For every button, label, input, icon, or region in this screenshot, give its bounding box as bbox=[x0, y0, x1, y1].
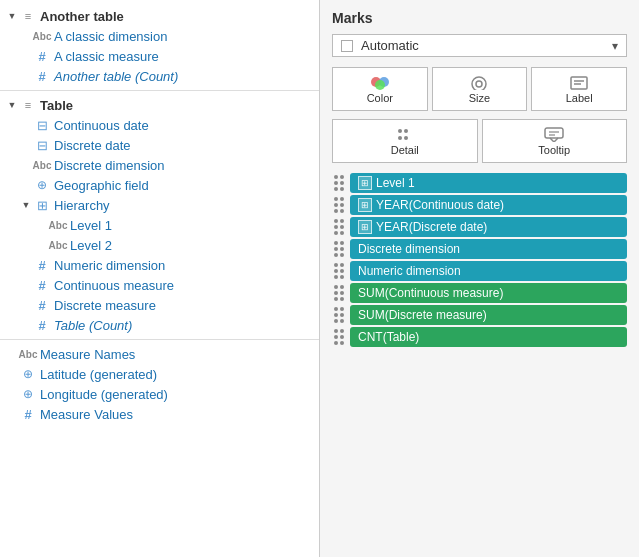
spacer bbox=[6, 368, 18, 380]
hierarchy-icon: ⊞ bbox=[34, 197, 50, 213]
spacer bbox=[20, 50, 32, 62]
size-button[interactable]: Size bbox=[432, 67, 528, 111]
pill-expand-icon: ⊞ bbox=[358, 198, 372, 212]
item-label: Level 1 bbox=[70, 218, 112, 233]
sidebar-item-hierarchy[interactable]: ▼ ⊞ Hierarchy bbox=[0, 195, 319, 215]
svg-point-10 bbox=[398, 136, 402, 140]
sidebar-item-discrete-measure[interactable]: # Discrete measure bbox=[0, 295, 319, 315]
item-label: Measure Values bbox=[40, 407, 133, 422]
item-label: Numeric dimension bbox=[54, 258, 165, 273]
separator bbox=[0, 339, 319, 340]
hash-icon: # bbox=[34, 68, 50, 84]
pill-drag-handle[interactable] bbox=[332, 219, 346, 235]
svg-point-4 bbox=[476, 81, 482, 87]
marks-dropdown[interactable]: Automatic ▾ bbox=[332, 34, 627, 57]
pill-numeric-dim[interactable]: Numeric dimension bbox=[350, 261, 627, 281]
sidebar-item-another-table-count[interactable]: # Another table (Count) bbox=[0, 66, 319, 86]
pill-year-continuous[interactable]: ⊞ YEAR(Continuous date) bbox=[350, 195, 627, 215]
item-label: Latitude (generated) bbox=[40, 367, 157, 382]
section-label: Table bbox=[40, 98, 73, 113]
spacer bbox=[20, 70, 32, 82]
color-button[interactable]: Color bbox=[332, 67, 428, 111]
table-icon: ≡ bbox=[20, 8, 36, 24]
section-label: Another table bbox=[40, 9, 124, 24]
sidebar-item-level1[interactable]: Abc Level 1 bbox=[0, 215, 319, 235]
spacer bbox=[20, 299, 32, 311]
sidebar-item-discrete-dimension[interactable]: Abc Discrete dimension bbox=[0, 155, 319, 175]
spacer bbox=[6, 348, 18, 360]
abc-icon: Abc bbox=[20, 346, 36, 362]
detail-label: Detail bbox=[391, 144, 419, 156]
detail-button[interactable]: Detail bbox=[332, 119, 478, 163]
pill-row-numeric-dim: Numeric dimension bbox=[332, 261, 627, 281]
item-label: Geographic field bbox=[54, 178, 149, 193]
sidebar-item-longitude[interactable]: ⊕ Longitude (generated) bbox=[0, 384, 319, 404]
spacer bbox=[20, 139, 32, 151]
sidebar-item-geographic-field[interactable]: ⊕ Geographic field bbox=[0, 175, 319, 195]
label-button[interactable]: Label bbox=[531, 67, 627, 111]
spacer bbox=[20, 259, 32, 271]
size-label: Size bbox=[469, 92, 490, 104]
pill-year-discrete[interactable]: ⊞ YEAR(Discrete date) bbox=[350, 217, 627, 237]
checkbox-icon bbox=[341, 40, 353, 52]
pill-cnt-table[interactable]: CNT(Table) bbox=[350, 327, 627, 347]
dropdown-value: Automatic bbox=[361, 38, 419, 53]
another-table-header[interactable]: ▼ ≡ Another table bbox=[0, 6, 319, 26]
item-label: Measure Names bbox=[40, 347, 135, 362]
pill-drag-handle[interactable] bbox=[332, 285, 346, 301]
sidebar-item-classic-measure[interactable]: # A classic measure bbox=[0, 46, 319, 66]
spacer bbox=[20, 179, 32, 191]
pill-label: Numeric dimension bbox=[358, 264, 461, 278]
sidebar-item-measure-names[interactable]: Abc Measure Names bbox=[0, 344, 319, 364]
svg-point-3 bbox=[472, 77, 486, 90]
pill-row-sum-continuous: SUM(Continuous measure) bbox=[332, 283, 627, 303]
tooltip-button[interactable]: Tooltip bbox=[482, 119, 628, 163]
pill-label: YEAR(Discrete date) bbox=[376, 220, 487, 234]
item-label: Discrete dimension bbox=[54, 158, 165, 173]
spacer bbox=[20, 119, 32, 131]
pill-discrete-dim[interactable]: Discrete dimension bbox=[350, 239, 627, 259]
pill-sum-continuous[interactable]: SUM(Continuous measure) bbox=[350, 283, 627, 303]
dropdown-inner: Automatic bbox=[341, 38, 419, 53]
pill-label: SUM(Continuous measure) bbox=[358, 286, 503, 300]
abc-icon: Abc bbox=[34, 28, 50, 44]
svg-point-8 bbox=[398, 129, 402, 133]
spacer bbox=[20, 279, 32, 291]
pill-row-sum-discrete: SUM(Discrete measure) bbox=[332, 305, 627, 325]
pill-drag-handle[interactable] bbox=[332, 329, 346, 345]
sidebar-item-latitude[interactable]: ⊕ Latitude (generated) bbox=[0, 364, 319, 384]
item-label: Level 2 bbox=[70, 238, 112, 253]
abc-icon: Abc bbox=[50, 217, 66, 233]
item-label: Hierarchy bbox=[54, 198, 110, 213]
sidebar-item-numeric-dimension[interactable]: # Numeric dimension bbox=[0, 255, 319, 275]
sidebar-item-discrete-date[interactable]: ⊟ Discrete date bbox=[0, 135, 319, 155]
separator bbox=[0, 90, 319, 91]
item-label: A classic measure bbox=[54, 49, 159, 64]
item-label: Continuous date bbox=[54, 118, 149, 133]
sidebar-item-classic-dimension[interactable]: Abc A classic dimension bbox=[0, 26, 319, 46]
dropdown-arrow-icon: ▾ bbox=[612, 39, 618, 53]
pill-row-year-continuous: ⊞ YEAR(Continuous date) bbox=[332, 195, 627, 215]
pill-level1[interactable]: ⊞ Level 1 bbox=[350, 173, 627, 193]
pill-label: CNT(Table) bbox=[358, 330, 419, 344]
table-header[interactable]: ▼ ≡ Table bbox=[0, 95, 319, 115]
tooltip-label: Tooltip bbox=[538, 144, 570, 156]
pill-drag-handle[interactable] bbox=[332, 241, 346, 257]
pill-sum-discrete[interactable]: SUM(Discrete measure) bbox=[350, 305, 627, 325]
pill-drag-handle[interactable] bbox=[332, 175, 346, 191]
right-panel: Marks Automatic ▾ Color Size bbox=[320, 0, 639, 557]
hash-icon: # bbox=[34, 297, 50, 313]
tooltip-icon bbox=[542, 126, 566, 142]
pill-drag-handle[interactable] bbox=[332, 263, 346, 279]
calendar-icon: ⊟ bbox=[34, 117, 50, 133]
pill-expand-icon: ⊞ bbox=[358, 220, 372, 234]
sidebar-item-continuous-date[interactable]: ⊟ Continuous date bbox=[0, 115, 319, 135]
sidebar-item-continuous-measure[interactable]: # Continuous measure bbox=[0, 275, 319, 295]
sidebar-item-table-count[interactable]: # Table (Count) bbox=[0, 315, 319, 335]
globe-icon: ⊕ bbox=[20, 386, 36, 402]
pill-drag-handle[interactable] bbox=[332, 307, 346, 323]
sidebar-item-measure-values[interactable]: # Measure Values bbox=[0, 404, 319, 424]
svg-point-9 bbox=[404, 129, 408, 133]
pill-drag-handle[interactable] bbox=[332, 197, 346, 213]
sidebar-item-level2[interactable]: Abc Level 2 bbox=[0, 235, 319, 255]
